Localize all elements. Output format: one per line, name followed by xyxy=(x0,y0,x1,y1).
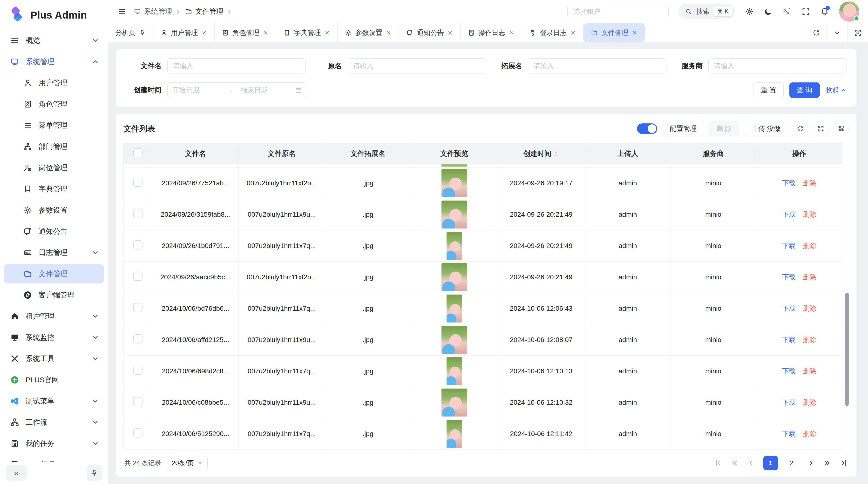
row-checkbox[interactable] xyxy=(133,272,143,281)
reset-button[interactable]: 重 置 xyxy=(753,83,784,98)
delete-link[interactable]: 删除 xyxy=(803,210,816,219)
dark-mode-moon-icon[interactable] xyxy=(764,7,773,16)
column-header[interactable]: 上传人 xyxy=(585,143,671,164)
first-page-icon[interactable] xyxy=(714,459,722,467)
sidebar-item[interactable]: 工作流 xyxy=(4,413,104,432)
delete-link[interactable]: 删除 xyxy=(803,241,816,251)
download-link[interactable]: 下载 xyxy=(782,366,796,376)
breadcrumb-item[interactable]: 文件管理 xyxy=(185,7,232,17)
delete-link[interactable]: 删除 xyxy=(803,335,816,345)
tab-close-icon[interactable] xyxy=(509,30,515,36)
global-search[interactable]: 搜索 ⌘ K xyxy=(679,4,735,19)
file-thumbnail[interactable] xyxy=(446,232,462,260)
sidebar-collapse-button[interactable]: « xyxy=(6,465,27,481)
breadcrumb-item[interactable]: 系统管理 xyxy=(133,7,181,17)
file-thumbnail[interactable] xyxy=(441,389,467,417)
maximize-content-icon[interactable] xyxy=(847,23,868,42)
download-link[interactable]: 下载 xyxy=(782,210,796,219)
tab-menu-chevron-icon[interactable] xyxy=(827,23,847,42)
column-header[interactable]: 文件预览 xyxy=(411,143,497,164)
tab-close-icon[interactable] xyxy=(263,30,269,36)
download-link[interactable]: 下载 xyxy=(782,272,796,282)
sidebar-item[interactable]: 系统监控 xyxy=(4,328,104,347)
file-thumbnail[interactable] xyxy=(441,200,467,228)
page-tab[interactable]: 角色管理 xyxy=(215,23,276,42)
forward-5-pages-icon[interactable] xyxy=(823,459,831,467)
download-link[interactable]: 下载 xyxy=(782,429,796,439)
filter-field-input[interactable] xyxy=(348,58,486,74)
table-refresh-button[interactable] xyxy=(793,121,808,136)
sidebar-subitem[interactable]: 客户端管理 xyxy=(4,285,104,305)
sidebar-item[interactable]: PLUS官网 xyxy=(4,370,104,389)
page-tab[interactable]: 分析页 xyxy=(108,23,153,42)
collapse-filters-link[interactable]: 收起 xyxy=(826,86,847,95)
tab-close-icon[interactable] xyxy=(632,30,638,36)
row-checkbox[interactable] xyxy=(133,303,143,312)
page-tab[interactable]: 用户管理 xyxy=(153,23,215,42)
tab-close-icon[interactable] xyxy=(201,30,207,36)
sidebar-subitem[interactable]: 部门管理 xyxy=(4,137,104,156)
sidebar-item[interactable]: 租户管理 xyxy=(4,306,104,326)
sidebar-item[interactable]: 系统管理 xyxy=(4,52,104,71)
date-range-picker[interactable]: 开始日期 → 结束日期 xyxy=(167,83,307,98)
sidebar-item[interactable]: 系统工具 xyxy=(4,349,104,368)
page-tab[interactable]: 字典管理 xyxy=(276,23,338,42)
download-link[interactable]: 下载 xyxy=(782,241,796,251)
filter-field-input[interactable] xyxy=(708,58,847,74)
column-header[interactable]: 文件名 xyxy=(152,143,239,164)
filter-field-input[interactable] xyxy=(167,58,306,74)
row-checkbox[interactable] xyxy=(133,178,143,187)
column-header[interactable]: 创建时间 xyxy=(497,143,585,164)
page-size-select[interactable]: 20条/页 xyxy=(166,456,208,470)
file-thumbnail[interactable] xyxy=(441,263,467,291)
prev-page-icon[interactable] xyxy=(747,459,755,467)
translate-icon[interactable]: 文A xyxy=(783,7,791,16)
sidebar-subitem[interactable]: DEV 日志管理 xyxy=(4,243,104,262)
sidebar-subitem[interactable]: 用户管理 xyxy=(4,73,104,93)
page-tab[interactable]: 通知公告 xyxy=(399,23,461,42)
delete-link[interactable]: 删除 xyxy=(803,429,816,439)
notifications-bell-icon[interactable] xyxy=(820,7,829,16)
sidebar-item[interactable]: 我的任务 xyxy=(4,434,104,453)
sidebar-subitem[interactable]: 岗位管理 xyxy=(4,158,104,178)
table-fullscreen-button[interactable] xyxy=(813,121,829,136)
filter-field-input[interactable] xyxy=(528,58,666,74)
row-checkbox[interactable] xyxy=(133,209,143,218)
file-thumbnail[interactable] xyxy=(441,169,467,197)
download-link[interactable]: 下载 xyxy=(782,398,796,407)
sidebar-pin-button[interactable] xyxy=(87,465,102,481)
settings-gear-icon[interactable] xyxy=(745,7,754,16)
tab-close-icon[interactable] xyxy=(386,30,392,36)
next-page-icon[interactable] xyxy=(807,459,815,467)
hamburger-menu-icon[interactable] xyxy=(118,7,126,16)
column-header[interactable]: 服务商 xyxy=(671,143,756,164)
page-tab[interactable]: 操作日志 xyxy=(461,23,522,42)
upload-button[interactable]: 上传 没做 xyxy=(744,121,788,136)
sidebar-subitem[interactable]: 参数设置 xyxy=(4,200,104,220)
tenant-select-input[interactable] xyxy=(567,4,669,19)
column-header[interactable]: 文件拓展名 xyxy=(325,143,411,164)
fullscreen-icon[interactable] xyxy=(802,7,810,16)
sidebar-item[interactable]: 测试菜单 xyxy=(4,391,104,411)
page-tab[interactable]: 文件管理 xyxy=(584,23,645,42)
row-checkbox[interactable] xyxy=(133,240,143,250)
page-number-button[interactable]: 1 xyxy=(763,456,778,470)
delete-link[interactable]: 删除 xyxy=(803,398,816,407)
row-checkbox[interactable] xyxy=(133,428,143,438)
stripe-toggle[interactable] xyxy=(637,123,657,134)
delete-link[interactable]: 删除 xyxy=(803,304,816,313)
page-number-button[interactable]: 2 xyxy=(784,456,799,470)
tab-close-icon[interactable] xyxy=(324,30,330,36)
column-header[interactable]: 文件原名 xyxy=(239,143,325,164)
file-thumbnail[interactable] xyxy=(446,420,462,448)
page-tab[interactable]: 参数设置 xyxy=(338,23,399,42)
download-link[interactable]: 下载 xyxy=(782,304,796,313)
sort-icon[interactable] xyxy=(553,151,559,157)
sidebar-subitem[interactable]: 字典管理 xyxy=(4,179,104,199)
delete-link[interactable]: 删除 xyxy=(803,366,816,376)
sidebar-subitem[interactable]: 文件管理 xyxy=(4,264,104,284)
config-manage-button[interactable]: 配置管理 xyxy=(662,121,704,136)
file-thumbnail[interactable] xyxy=(446,357,462,385)
tab-close-icon[interactable] xyxy=(447,30,453,36)
sidebar-item[interactable]: 概览 xyxy=(4,31,104,50)
